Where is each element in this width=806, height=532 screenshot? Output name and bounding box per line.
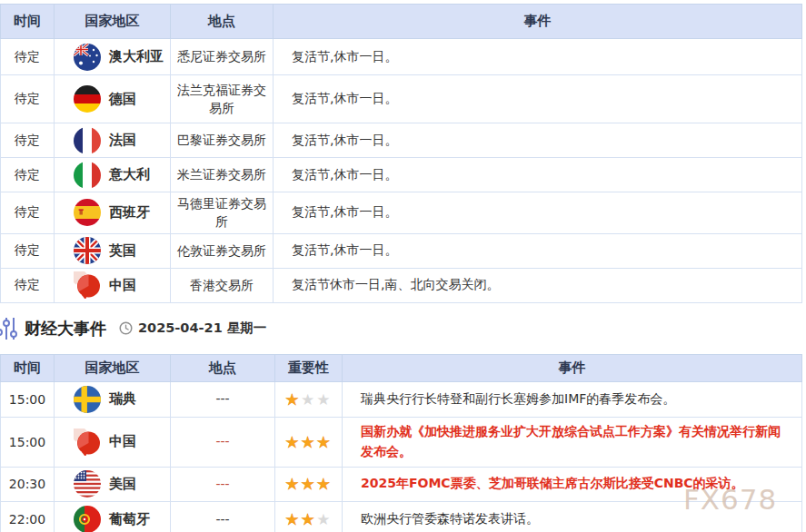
event-location: ---: [171, 381, 275, 417]
event-location: 伦敦证券交易所: [171, 233, 274, 268]
importance-stars: ★★★: [275, 381, 343, 417]
star-filled-icon: ★: [285, 510, 301, 528]
star-filled-icon: ★: [316, 475, 332, 493]
event-description: 复活节,休市一日。: [274, 75, 802, 123]
event-time: 待定: [1, 192, 55, 234]
country-cell-td: 中国: [55, 417, 171, 467]
event-time: 22:00: [1, 501, 55, 532]
event-description: 欧洲央行管委森特诺发表讲话。: [343, 501, 802, 532]
column-header: 重要性: [275, 354, 343, 381]
sweden-flag-icon: [74, 386, 101, 413]
china-flag-icon: [74, 271, 101, 299]
event-description: 复活节休市一日,南、北向交易关闭。: [274, 268, 802, 302]
italy-flag-icon: [74, 162, 101, 189]
country-cell-td: 葡萄牙: [55, 501, 171, 532]
country-name: 法国: [109, 132, 136, 149]
country-name: 德国: [109, 91, 136, 108]
column-header: 国家地区: [55, 5, 171, 39]
event-description: 瑞典央行行长特登和副行长塞姆参加IMF的春季发布会。: [343, 381, 802, 417]
star-filled-icon: ★: [285, 475, 301, 493]
importance-stars: ★★★: [275, 501, 343, 532]
event-description: 复活节,休市一日。: [274, 233, 802, 268]
holiday-row: 待定意大利米兰证券交易所复活节,休市一日。: [1, 158, 802, 192]
event-location: 巴黎证券交易所: [171, 123, 274, 158]
event-location: 悉尼证券交易所: [171, 39, 274, 75]
events-table-header-row: 时间国家地区地点重要性事件: [1, 354, 802, 381]
star-filled-icon: ★: [301, 433, 316, 451]
clock-icon: [119, 321, 133, 335]
event-location: ---: [171, 501, 275, 532]
star-filled-icon: ★: [301, 510, 316, 528]
star-empty-icon: ★: [301, 390, 316, 409]
country-name: 中国: [109, 433, 136, 450]
country-name: 葡萄牙: [109, 511, 150, 528]
event-location: 香港交易所: [171, 268, 274, 302]
section-title: 财经大事件: [25, 318, 106, 340]
spain-flag-icon: [74, 199, 101, 226]
germany-flag-icon: [74, 85, 101, 113]
event-row: 20:30美国---★★★2025年FOMC票委、芝加哥联储主席古尔斯比接受CN…: [1, 467, 802, 501]
event-time: 待定: [1, 233, 55, 268]
event-time: 待定: [1, 39, 55, 75]
country-cell-td: 澳大利亚: [55, 39, 171, 75]
importance-stars: ★★★: [275, 417, 343, 467]
event-time: 20:30: [1, 467, 55, 501]
market-holiday-table: 时间国家地区地点事件 待定澳大利亚悉尼证券交易所复活节,休市一日。待定德国法兰克…: [0, 4, 802, 303]
usa-flag-icon: [74, 470, 101, 498]
australia-flag-icon: [74, 44, 101, 71]
event-location: 马德里证券交易所: [171, 192, 274, 234]
country-cell-td: 意大利: [55, 158, 171, 192]
country-name: 瑞典: [109, 390, 136, 408]
country-name: 澳大利亚: [109, 48, 164, 65]
importance-stars: ★★★: [275, 467, 343, 501]
event-location: ---: [171, 417, 275, 467]
economic-events-table: 时间国家地区地点重要性事件 15:00瑞典---★★★瑞典央行行长特登和副行长塞…: [0, 354, 802, 532]
event-description: 国新办就《加快推进服务业扩大开放综合试点工作方案》有关情况举行新闻发布会。: [343, 417, 802, 467]
column-header: 时间: [1, 354, 55, 381]
country-name: 西班牙: [109, 204, 150, 222]
events-section-header: 财经大事件 2025-04-21 星期一: [0, 303, 806, 354]
star-empty-icon: ★: [316, 390, 332, 409]
china-flag-icon: [74, 429, 101, 456]
country-cell-td: 法国: [55, 123, 171, 158]
country-name: 英国: [109, 242, 136, 260]
column-header: 事件: [343, 354, 802, 381]
uk-flag-icon: [74, 237, 101, 264]
portugal-flag-icon: [74, 506, 101, 532]
economic-calendar-page: 时间国家地区地点事件 待定澳大利亚悉尼证券交易所复活节,休市一日。待定德国法兰克…: [0, 0, 806, 532]
holiday-row: 待定西班牙马德里证券交易所复活节,休市一日。: [1, 192, 802, 234]
country-cell-td: 中国: [55, 268, 171, 302]
star-filled-icon: ★: [285, 433, 301, 451]
hierarchy-icon: [0, 316, 18, 341]
star-filled-icon: ★: [316, 433, 332, 451]
column-header: 地点: [171, 354, 275, 381]
event-time: 待定: [1, 75, 55, 123]
country-cell-td: 德国: [55, 75, 171, 123]
holiday-row: 待定中国香港交易所复活节休市一日,南、北向交易关闭。: [1, 268, 802, 302]
star-filled-icon: ★: [301, 475, 316, 493]
holiday-row: 待定澳大利亚悉尼证券交易所复活节,休市一日。: [1, 39, 802, 75]
event-row: 22:00葡萄牙---★★★欧洲央行管委森特诺发表讲话。: [1, 501, 802, 532]
event-time: 15:00: [1, 381, 55, 417]
event-location: 法兰克福证券交易所: [171, 75, 274, 123]
country-cell-td: 英国: [55, 233, 171, 268]
column-header: 时间: [1, 5, 55, 39]
star-filled-icon: ★: [285, 390, 301, 409]
event-description: 复活节,休市一日。: [274, 158, 802, 192]
country-name: 中国: [109, 277, 136, 294]
holiday-row: 待定英国伦敦证券交易所复活节,休市一日。: [1, 233, 802, 268]
country-cell-td: 西班牙: [55, 192, 171, 234]
country-cell-td: 瑞典: [55, 381, 171, 417]
event-time: 待定: [1, 123, 55, 158]
section-date: 2025-04-21 星期一: [138, 320, 266, 337]
event-row: 15:00中国---★★★国新办就《加快推进服务业扩大开放综合试点工作方案》有关…: [1, 417, 802, 467]
event-row: 15:00瑞典---★★★瑞典央行行长特登和副行长塞姆参加IMF的春季发布会。: [1, 381, 802, 417]
france-flag-icon: [74, 127, 101, 154]
country-name: 意大利: [109, 166, 150, 183]
event-description: 复活节,休市一日。: [274, 123, 802, 158]
country-name: 美国: [109, 476, 136, 493]
event-time: 待定: [1, 158, 55, 192]
country-cell-td: 美国: [55, 467, 171, 501]
event-description: 复活节,休市一日。: [274, 39, 802, 75]
event-time: 15:00: [1, 417, 55, 467]
